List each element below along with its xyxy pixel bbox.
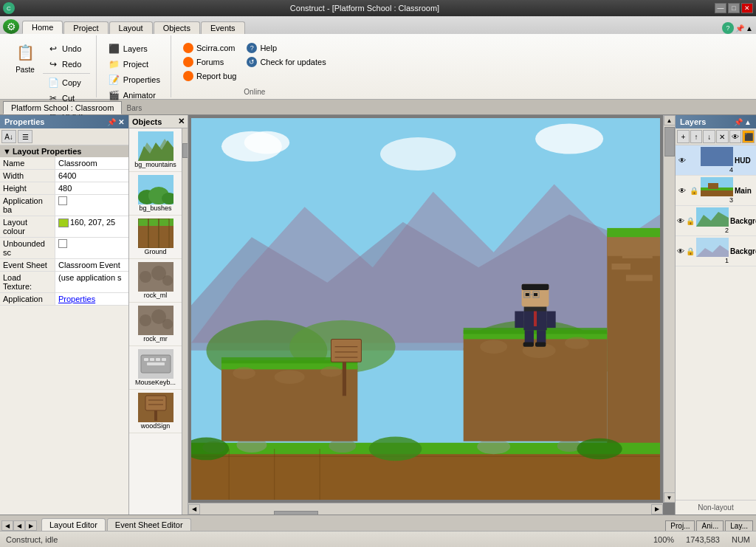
- list-item[interactable]: woodSign: [129, 390, 182, 433]
- layer-item-bg2[interactable]: 👁 🔒 2 Backgro...: [676, 206, 756, 236]
- tab-events[interactable]: Events: [201, 21, 245, 34]
- list-item[interactable]: bg_mountains: [129, 128, 182, 172]
- props-sort-alpha[interactable]: A↓: [1, 130, 16, 143]
- tab-objects[interactable]: Objects: [154, 21, 200, 34]
- properties-close[interactable]: ✕: [118, 118, 124, 126]
- layer-eye-bg2[interactable]: 👁: [677, 216, 684, 226]
- animator-button[interactable]: 🎬 Animator: [104, 88, 165, 103]
- prop-name-value[interactable]: Classroom: [55, 157, 128, 169]
- prop-height: Height 480: [0, 182, 128, 195]
- layer-delete-btn[interactable]: ✕: [716, 130, 729, 143]
- proj-tab[interactable]: Proj...: [665, 520, 695, 531]
- list-item[interactable]: bg_bushes: [129, 172, 182, 216]
- layer-eye-bg1[interactable]: 👁: [677, 246, 684, 256]
- scroll-left-arrow[interactable]: ◀: [188, 504, 200, 515]
- object-name: bg_mountains: [134, 161, 176, 168]
- scroll-down-arrow[interactable]: ▼: [664, 492, 676, 503]
- prop-loadtexture-value[interactable]: (use application s: [55, 272, 128, 292]
- objects-close[interactable]: ✕: [178, 117, 185, 126]
- game-canvas[interactable]: [191, 118, 660, 500]
- layer-show-all-btn[interactable]: 👁: [729, 130, 742, 143]
- layers-button[interactable]: ⬛ Layers: [104, 41, 165, 56]
- layers-pin[interactable]: 📌: [734, 118, 743, 126]
- prop-appbg: Application ba: [0, 195, 128, 216]
- ribbon: ⚙ Home Project Layout Objects Events ? 📌…: [0, 16, 756, 100]
- layer-move-down-btn[interactable]: ↓: [703, 130, 715, 143]
- tab-event-sheet-editor[interactable]: Event Sheet Editor: [107, 518, 191, 531]
- forums-button[interactable]: Forums: [179, 55, 241, 69]
- object-thumb: [138, 393, 173, 422]
- list-item[interactable]: MouseKeyb...: [129, 346, 182, 390]
- tab-scroll-right[interactable]: ▶: [25, 520, 37, 531]
- layer-lock-bg2[interactable]: 🔒: [686, 216, 695, 226]
- layer-eye-main[interactable]: 👁: [677, 185, 687, 196]
- prop-color-value[interactable]: 160, 207, 25: [55, 216, 128, 237]
- tab-layout-editor[interactable]: Layout Editor: [41, 518, 106, 531]
- redo-button[interactable]: ↪ Redo: [43, 57, 90, 72]
- layer-eye-hud[interactable]: 👁: [677, 155, 687, 165]
- maximize-btn[interactable]: □: [728, 3, 740, 13]
- close-btn[interactable]: ✕: [741, 3, 753, 13]
- help-button[interactable]: ? Help: [242, 41, 330, 55]
- layers-collapse[interactable]: ▲: [744, 118, 752, 126]
- minimize-btn[interactable]: —: [715, 3, 726, 13]
- layer-highlight-btn[interactable]: ⬛: [742, 130, 755, 143]
- scirra-button[interactable]: Scirra.com: [179, 41, 241, 55]
- undo-button[interactable]: ↩ Undo: [43, 41, 90, 56]
- check-updates-button[interactable]: ↺ Check for updates: [242, 55, 330, 69]
- prop-application: Application Properties: [0, 293, 128, 306]
- layer-item-hud[interactable]: 👁 4 HUD: [676, 145, 756, 176]
- paste-label: Paste: [16, 66, 35, 74]
- editor-tab-classroom[interactable]: Platform School : Classroom: [3, 101, 122, 114]
- help-icon[interactable]: ?: [722, 22, 734, 34]
- ribbon-content: 📋 Paste ↩ Undo ↪ Redo 📄: [0, 34, 756, 99]
- appbg-checkbox[interactable]: [58, 196, 67, 205]
- layer-num-bg2: 2: [725, 227, 729, 234]
- copy-button[interactable]: 📄 Copy: [43, 75, 90, 90]
- scroll-right-arrow[interactable]: ▶: [651, 504, 663, 515]
- layer-move-up-btn[interactable]: ↑: [690, 130, 703, 143]
- report-bug-label: Report bug: [196, 72, 236, 80]
- canvas-scrollbar-vertical[interactable]: ▲ ▼: [663, 115, 675, 503]
- ribbon-collapse[interactable]: ▲: [746, 24, 753, 32]
- tab-layout[interactable]: Layout: [109, 21, 153, 34]
- list-item[interactable]: rock_mr: [129, 303, 182, 346]
- ani-tab[interactable]: Ani...: [696, 520, 724, 531]
- layer-item-bg1[interactable]: 👁 🔒 1 Backgro...: [676, 236, 756, 266]
- props-sort-cat[interactable]: ☰: [18, 130, 32, 143]
- prop-eventsheet-value[interactable]: Classroom Event: [55, 259, 128, 271]
- animator-icon: 🎬: [109, 89, 120, 101]
- prop-width-value[interactable]: 6400: [55, 170, 128, 182]
- project-button[interactable]: 📁 Project: [104, 57, 165, 72]
- unbounded-checkbox[interactable]: [58, 239, 67, 248]
- layer-item-main[interactable]: 👁 🔒 3 Main: [676, 176, 756, 206]
- ribbon-pin[interactable]: 📌: [735, 24, 744, 32]
- prop-height-value[interactable]: 480: [55, 182, 128, 194]
- tab-scroll-left[interactable]: ◀: [1, 520, 13, 531]
- layer-lock-bg1[interactable]: 🔒: [686, 246, 695, 256]
- list-item[interactable]: Ground: [129, 216, 182, 259]
- svg-rect-25: [162, 358, 166, 361]
- properties-pin[interactable]: 📌: [107, 118, 116, 126]
- layer-thumb-hud: [701, 147, 733, 166]
- layer-lock-hud[interactable]: [689, 155, 699, 165]
- lay-tab[interactable]: Lay...: [725, 520, 753, 531]
- tab-home[interactable]: Home: [22, 21, 63, 34]
- canvas-scrollbar-horizontal[interactable]: ◀ ▶: [188, 503, 663, 515]
- objects-scrollbar[interactable]: [182, 128, 188, 515]
- layer-add-btn[interactable]: +: [677, 130, 690, 143]
- list-item[interactable]: rock_ml: [129, 259, 182, 303]
- canvas-area: ▲ ▼ ◀ ▶: [188, 115, 675, 515]
- layer-lock-main[interactable]: 🔒: [689, 185, 699, 196]
- properties-button[interactable]: 📝 Properties: [104, 72, 165, 87]
- svg-point-66: [480, 340, 507, 353]
- prop-application-link[interactable]: Properties: [55, 293, 128, 305]
- prop-height-label: Height: [0, 182, 55, 194]
- tab-scroll-left2[interactable]: ◀: [13, 520, 25, 531]
- prop-unbounded: Unbounded sc: [0, 238, 128, 259]
- section-collapse-icon[interactable]: ▼: [3, 147, 11, 156]
- paste-button[interactable]: 📋 Paste: [9, 38, 41, 76]
- report-bug-button[interactable]: Report bug: [179, 69, 241, 83]
- tab-project[interactable]: Project: [63, 21, 108, 34]
- scroll-up-arrow[interactable]: ▲: [664, 115, 676, 125]
